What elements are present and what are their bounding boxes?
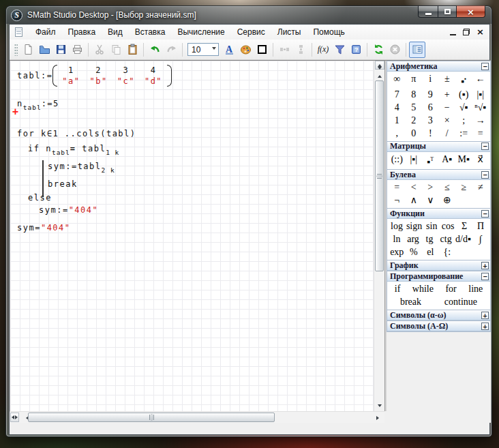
palette-header[interactable]: Символы (α-ω)+ (387, 310, 490, 320)
palette-symbol-button[interactable]: i (422, 72, 439, 88)
collapse-icon[interactable]: − (481, 63, 489, 70)
palette-symbol-button[interactable]: 1 (389, 114, 406, 127)
document-system-icon[interactable] (15, 27, 22, 37)
palette-symbol-button[interactable]: 8 (406, 88, 423, 101)
palette-symbol-button[interactable]: 7 (389, 88, 406, 101)
palette-symbol-button[interactable]: if (393, 282, 402, 295)
interrupt-button[interactable] (387, 42, 403, 58)
palette-header[interactable]: Символы (A-Ω)+ (387, 321, 490, 331)
menu-item-5[interactable]: Сервис (231, 25, 271, 39)
palette-symbol-button[interactable]: ≥ (455, 181, 472, 194)
palette-symbol-button[interactable]: log (389, 220, 405, 233)
scroll-right-button[interactable] (374, 412, 383, 423)
palette-symbol-button[interactable]: ¬ (389, 194, 406, 207)
palette-header[interactable]: График+ (387, 260, 490, 271)
insertion-cursor[interactable]: + (12, 108, 18, 116)
palette-symbol-button[interactable]: sin (423, 220, 440, 233)
insert-function-button[interactable]: f(x) (315, 42, 331, 58)
palette-symbol-button[interactable]: d/d▪ (454, 233, 472, 245)
mdi-restore-icon[interactable] (463, 29, 470, 35)
code-if-line[interactable]: if ntabl= tabl1 k (28, 144, 119, 153)
horizontal-scrollbar[interactable] (10, 411, 384, 423)
palette-symbol-button[interactable]: (::) (389, 153, 406, 168)
font-size-combobox[interactable]: 10 (187, 43, 219, 56)
print-button[interactable] (69, 42, 85, 58)
code-then-assign-line[interactable]: sym:=tabl2 k (48, 162, 115, 171)
palette-symbol-button[interactable]: = (389, 181, 406, 194)
expression-n-definition[interactable]: ntabl:=5 (17, 99, 59, 108)
menu-item-7[interactable]: Помощь (307, 25, 350, 39)
redo-button[interactable] (163, 42, 179, 58)
palette-symbol-button[interactable]: sign (405, 220, 423, 233)
close-button[interactable]: × (457, 5, 485, 18)
palette-symbol-button[interactable]: {: (439, 245, 456, 258)
palette-symbol-button[interactable]: → (472, 114, 489, 127)
palette-symbol-button[interactable]: M▪ (455, 153, 472, 168)
vertical-splitter-handle[interactable] (375, 61, 384, 70)
palette-symbol-button[interactable]: > (422, 181, 439, 194)
palette-symbol-button[interactable]: ≤ (439, 181, 456, 194)
save-button[interactable] (52, 42, 69, 58)
copy-button[interactable] (108, 42, 124, 58)
palette-symbol-button[interactable]: Π (472, 220, 489, 233)
palette-symbol-button[interactable]: for (444, 282, 457, 295)
show-side-panel-button[interactable] (409, 42, 425, 58)
menu-item-2[interactable]: Вид (102, 25, 129, 39)
palette-symbol-button[interactable]: ln (389, 233, 405, 245)
minimize-button[interactable] (418, 5, 438, 18)
mdi-close-icon[interactable]: × (477, 29, 484, 35)
palette-symbol-button[interactable]: ▪T (422, 153, 439, 168)
palette-symbol-button[interactable]: 6 (422, 101, 439, 114)
expression-tabl-definition[interactable]: tabl:= 1 2 3 4 "a" "b" "c" (17, 65, 172, 87)
code-else-line[interactable]: else (28, 193, 52, 203)
menu-item-0[interactable]: Файл (29, 25, 62, 39)
palette-symbol-button[interactable]: ← (472, 72, 489, 88)
palette-symbol-button[interactable]: break (399, 295, 423, 308)
palette-symbol-button[interactable]: 2 (406, 114, 423, 127)
background-color-button[interactable] (237, 42, 254, 58)
palette-symbol-button[interactable]: while (411, 282, 435, 295)
palette-symbol-button[interactable]: 5 (406, 101, 423, 114)
palette-symbol-button[interactable]: < (406, 181, 423, 194)
palette-symbol-button[interactable]: √▪ (455, 101, 472, 114)
palette-symbol-button[interactable]: ≠ (472, 181, 489, 194)
palette-header[interactable]: Арифметика− (387, 61, 490, 72)
palette-symbol-button[interactable]: π (406, 72, 423, 88)
palette-symbol-button[interactable]: ▪▪ (455, 72, 472, 88)
mdi-minimize-icon[interactable] (450, 29, 456, 35)
align-horizontal-button[interactable] (276, 42, 292, 58)
palette-symbol-button[interactable]: 4 (389, 101, 406, 114)
palette-symbol-button[interactable]: ∧ (406, 194, 423, 207)
palette-header[interactable]: Булева− (387, 170, 490, 180)
reference-book-button[interactable]: ? (348, 42, 364, 58)
palette-symbol-button[interactable]: , (389, 127, 406, 140)
vertical-scrollbar[interactable] (374, 61, 384, 411)
palette-symbol-button[interactable]: + (439, 88, 456, 101)
palette-symbol-button[interactable]: ∫ (472, 233, 489, 245)
palette-symbol-button[interactable]: (▪) (455, 88, 472, 101)
palette-symbol-button[interactable]: ⁿ√▪ (472, 101, 489, 114)
open-button[interactable] (36, 42, 52, 58)
palette-symbol-button[interactable]: Σ (456, 220, 472, 233)
expand-icon[interactable]: + (481, 312, 489, 319)
font-size-dropdown[interactable] (209, 44, 218, 55)
toolbar-grip[interactable] (14, 44, 18, 56)
code-break-line[interactable]: break (48, 179, 78, 189)
palette-symbol-button[interactable]: |▪| (406, 153, 423, 168)
palette-header[interactable]: Функции− (387, 209, 490, 219)
palette-symbol-button[interactable]: arg (405, 233, 421, 245)
cut-button[interactable] (91, 42, 108, 58)
menu-item-6[interactable]: Листы (271, 25, 307, 39)
code-else-assign-line[interactable]: sym:="404" (39, 205, 98, 215)
scroll-up-button[interactable] (374, 71, 385, 79)
palette-symbol-button[interactable]: × (439, 114, 456, 127)
code-for-line[interactable]: for k∈1 ..cols(tabl) (17, 129, 136, 138)
worksheet-canvas[interactable]: tabl:= 1 2 3 4 "a" "b" "c" (10, 61, 374, 411)
palette-symbol-button[interactable]: line (467, 282, 484, 295)
palette-symbol-button[interactable]: ± (439, 72, 456, 88)
palette-symbol-button[interactable]: ; (455, 114, 472, 127)
palette-symbol-button[interactable]: % (406, 245, 423, 258)
palette-symbol-button[interactable]: x⃗ (472, 153, 489, 168)
expand-icon[interactable]: + (481, 323, 489, 330)
palette-symbol-button[interactable]: ctg (438, 233, 454, 245)
